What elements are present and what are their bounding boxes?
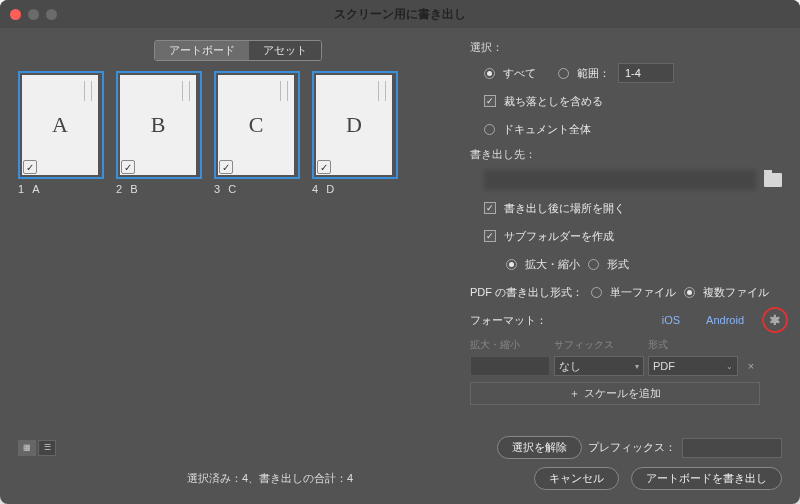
artboard-name: C [228, 183, 236, 195]
selection-label: 選択： [470, 40, 782, 55]
radio-scale[interactable] [506, 259, 517, 270]
col-suffix: サフィックス [554, 338, 644, 352]
window-title: スクリーン用に書き出し [0, 6, 800, 23]
add-scale-button[interactable]: ＋ スケールを追加 [470, 382, 760, 405]
artboard-number: 1 [18, 183, 24, 195]
export-dialog: スクリーン用に書き出し アートボード アセット A✓1AB✓2BC✓3CD✓4D… [0, 0, 800, 504]
settings-gear-wrap [768, 313, 782, 327]
artboard-item[interactable]: C✓3C [214, 71, 300, 195]
bleed-label: 裁ち落としを含める [504, 94, 603, 109]
col-format: 形式 [648, 338, 738, 352]
folder-icon[interactable] [764, 173, 782, 187]
artboard-item[interactable]: A✓1A [18, 71, 104, 195]
tab-group: アートボード アセット [154, 40, 322, 61]
checkbox-open-location[interactable] [484, 202, 496, 214]
artboard-checkbox[interactable]: ✓ [219, 160, 233, 174]
export-button[interactable]: アートボードを書き出し [631, 467, 782, 490]
single-file-label: 単一ファイル [610, 285, 676, 300]
checkbox-subfolders[interactable] [484, 230, 496, 242]
subfolders-label: サブフォルダーを作成 [504, 229, 614, 244]
right-panel: 選択： すべて 範囲： 裁ち落としを含める ドキュメント全体 書き出し先： [470, 40, 782, 405]
radio-multi-file[interactable] [684, 287, 695, 298]
view-mode-group: ▦ ☰ [18, 440, 56, 456]
artboard-number: 4 [312, 183, 318, 195]
deselect-button[interactable]: 選択を解除 [497, 436, 582, 459]
left-panel: アートボード アセット A✓1AB✓2BC✓3CD✓4D [18, 40, 458, 405]
titlebar: スクリーン用に書き出し [0, 0, 800, 28]
cancel-button[interactable]: キャンセル [534, 467, 619, 490]
range-label: 範囲： [577, 66, 610, 81]
format-row-label: フォーマット： [470, 313, 547, 328]
radio-all[interactable] [484, 68, 495, 79]
radio-format[interactable] [588, 259, 599, 270]
fulldoc-label: ドキュメント全体 [503, 122, 591, 137]
multi-file-label: 複数ファイル [703, 285, 769, 300]
artboard-item[interactable]: B✓2B [116, 71, 202, 195]
preset-android[interactable]: Android [706, 314, 744, 326]
artboard-number: 2 [116, 183, 122, 195]
artboard-name: A [32, 183, 39, 195]
radio-range[interactable] [558, 68, 569, 79]
prefix-label: プレフィックス： [588, 440, 676, 455]
artboard-grid: A✓1AB✓2BC✓3CD✓4D [18, 71, 458, 195]
preset-ios[interactable]: iOS [662, 314, 680, 326]
chevron-down-icon: ▾ [635, 362, 639, 371]
prefix-input[interactable] [682, 438, 782, 458]
tab-artboards[interactable]: アートボード [155, 41, 249, 60]
format-table: 拡大・縮小 サフィックス 形式 なし▾ PDF⌄ × ＋ スケールを追加 [470, 338, 782, 405]
format-label: 形式 [607, 257, 629, 272]
status-text: 選択済み：4、書き出しの合計：4 [18, 471, 522, 486]
tab-assets[interactable]: アセット [249, 41, 321, 60]
artboard-name: B [130, 183, 137, 195]
col-scale: 拡大・縮小 [470, 338, 550, 352]
scale-cell [470, 356, 550, 376]
artboard-checkbox[interactable]: ✓ [121, 160, 135, 174]
gear-icon[interactable] [768, 313, 782, 327]
format-select[interactable]: PDF⌄ [648, 356, 738, 376]
range-input[interactable] [618, 63, 674, 83]
artboard-checkbox[interactable]: ✓ [23, 160, 37, 174]
suffix-select[interactable]: なし▾ [554, 356, 644, 376]
artboard-checkbox[interactable]: ✓ [317, 160, 331, 174]
chevron-down-icon: ⌄ [726, 362, 733, 371]
checkbox-bleed[interactable] [484, 95, 496, 107]
all-label: すべて [503, 66, 536, 81]
remove-row-button[interactable]: × [742, 360, 760, 372]
artboard-name: D [326, 183, 334, 195]
pdf-format-label: PDF の書き出し形式： [470, 285, 583, 300]
artboard-number: 3 [214, 183, 220, 195]
list-view-icon[interactable]: ☰ [38, 440, 56, 456]
radio-fulldoc[interactable] [484, 124, 495, 135]
exportto-label: 書き出し先： [470, 147, 782, 162]
export-path-field[interactable] [484, 170, 756, 190]
bottom-bar: ▦ ☰ 選択を解除 プレフィックス： 選択済み：4、書き出しの合計：4 キャンセ… [0, 436, 800, 490]
grid-view-icon[interactable]: ▦ [18, 440, 36, 456]
radio-single-file[interactable] [591, 287, 602, 298]
open-location-label: 書き出し後に場所を開く [504, 201, 625, 216]
artboard-item[interactable]: D✓4D [312, 71, 398, 195]
scale-label: 拡大・縮小 [525, 257, 580, 272]
